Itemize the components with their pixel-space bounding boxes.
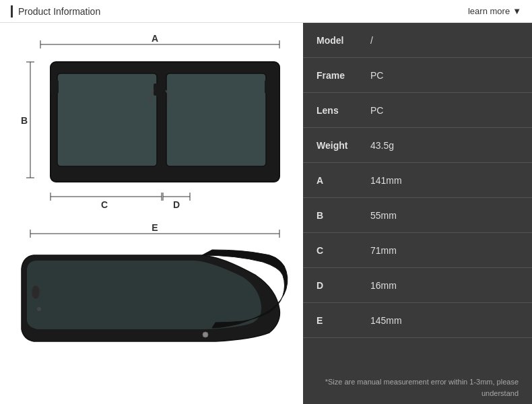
spec-row-a: A 141mm xyxy=(303,163,532,198)
svg-text:C: C xyxy=(101,199,108,210)
svg-text:A: A xyxy=(152,33,158,44)
svg-rect-13 xyxy=(265,80,273,94)
svg-rect-11 xyxy=(154,83,166,96)
side-view-svg: E xyxy=(13,222,296,400)
front-view-svg: A B xyxy=(13,30,296,222)
spec-row-c: C 71mm xyxy=(303,233,532,268)
svg-rect-9 xyxy=(57,73,157,166)
header-title-wrapper: Product Information xyxy=(11,5,100,18)
spec-value-e: 145mm xyxy=(370,315,402,326)
spec-label-model: Model xyxy=(317,35,370,46)
front-view-section: A B xyxy=(13,30,290,222)
side-view-section: E xyxy=(13,222,290,400)
main-content: A B xyxy=(0,23,532,404)
spec-value-a: 141mm xyxy=(370,175,402,186)
spec-row-b: B 55mm xyxy=(303,198,532,233)
spec-value-frame: PC xyxy=(370,70,383,81)
spec-row-lens: Lens PC xyxy=(303,93,532,128)
svg-point-28 xyxy=(203,332,208,337)
svg-point-26 xyxy=(32,285,40,299)
spec-value-model: / xyxy=(370,35,373,46)
spec-row-model: Model / xyxy=(303,23,532,58)
spec-row-weight: Weight 43.5g xyxy=(303,128,532,163)
learn-more-label: learn more xyxy=(468,6,510,16)
specs-panel: Model / Frame PC Lens PC Weight 43.5g A … xyxy=(303,23,532,404)
spec-label-b: B xyxy=(317,210,370,221)
spec-label-d: D xyxy=(317,280,370,291)
svg-rect-12 xyxy=(51,80,59,94)
spec-label-a: A xyxy=(317,175,370,186)
spec-value-lens: PC xyxy=(370,105,383,116)
header-bar xyxy=(11,5,13,18)
page-title: Product Information xyxy=(18,6,100,17)
spec-label-frame: Frame xyxy=(317,70,370,81)
spec-label-lens: Lens xyxy=(317,105,370,116)
left-panel: A B xyxy=(0,23,303,404)
svg-text:E: E xyxy=(152,222,158,233)
spec-value-b: 55mm xyxy=(370,210,397,221)
spec-row-e: E 145mm xyxy=(303,303,532,338)
spec-row-frame: Frame PC xyxy=(303,58,532,93)
spec-value-d: 16mm xyxy=(370,280,397,291)
dropdown-icon: ▼ xyxy=(512,6,521,16)
spec-value-c: 71mm xyxy=(370,245,397,256)
spec-label-weight: Weight xyxy=(317,140,370,151)
header: Product Information learn more ▼ xyxy=(0,0,532,23)
svg-text:B: B xyxy=(21,115,28,126)
spec-label-e: E xyxy=(317,315,370,326)
spec-value-weight: 43.5g xyxy=(370,140,394,151)
spec-note: *Size are manual measurement error withi… xyxy=(303,371,532,404)
svg-point-27 xyxy=(37,307,41,311)
svg-rect-10 xyxy=(166,73,266,166)
learn-more-button[interactable]: learn more ▼ xyxy=(468,6,521,16)
spec-label-c: C xyxy=(317,245,370,256)
svg-text:D: D xyxy=(173,199,180,210)
spec-row-d: D 16mm xyxy=(303,268,532,303)
